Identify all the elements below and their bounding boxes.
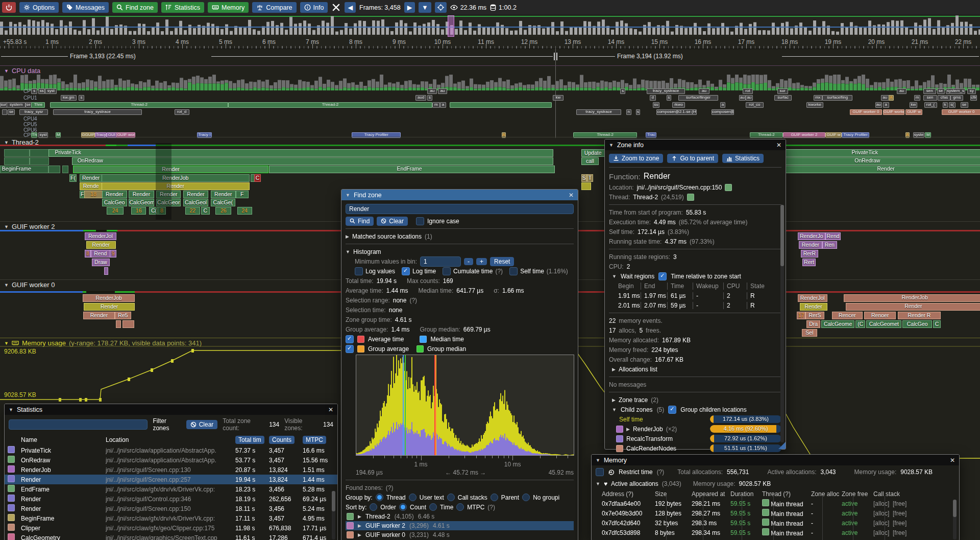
bin-minus-button[interactable]: - bbox=[464, 258, 473, 265]
ignore-case-checkbox[interactable] bbox=[416, 217, 424, 225]
group-avg-checkbox[interactable] bbox=[346, 345, 354, 353]
guif-worker2-zone[interactable]: 8 bbox=[85, 250, 91, 257]
memory-allocation-row[interactable]: 0x7dfc53d8988 bytes298.34 ms59.95 s Main… bbox=[592, 528, 959, 537]
cpu-zone-chip[interactable]: se bbox=[937, 88, 945, 94]
guif-worker0-zone[interactable]: RerS bbox=[805, 312, 824, 319]
statistics-titlebar[interactable]: ▼Statistics✕ bbox=[5, 404, 337, 415]
thread2-zone[interactable]: 24 bbox=[237, 207, 252, 215]
cpu-zone-chip[interactable]: A bbox=[889, 95, 894, 101]
thread2-zone[interactable] bbox=[48, 149, 553, 157]
zone-trace[interactable]: ▶Zone trace(2) bbox=[609, 395, 781, 405]
statistics-button[interactable]: Statistics bbox=[161, 2, 204, 13]
guif-worker0-zone[interactable] bbox=[122, 320, 134, 328]
guif-worker2-zone[interactable]: Rend bbox=[825, 232, 841, 240]
cpu-zone-chip[interactable]: se bbox=[8, 109, 15, 115]
guif-worker2-zone[interactable]: Render bbox=[86, 241, 116, 249]
cpu-zone-chip[interactable]: s bbox=[667, 95, 672, 101]
cpu-zone-chip[interactable]: s bbox=[427, 95, 432, 101]
cpu-zone-chip[interactable]: au bbox=[739, 95, 746, 101]
info-button[interactable]: Info bbox=[300, 2, 328, 13]
find-zone-titlebar[interactable]: ▼Find zone✕ bbox=[341, 190, 578, 200]
cpu-zone-chip[interactable]: a bbox=[440, 102, 446, 108]
clear-button[interactable]: Clear bbox=[377, 217, 408, 226]
guif-worker0-zone[interactable]: Render bbox=[800, 303, 827, 311]
guif-worker0-zone[interactable]: Sel bbox=[802, 329, 818, 337]
guif-worker0-zone[interactable]: Rencer bbox=[832, 312, 863, 319]
statistics-table-row[interactable]: OnRedrawjni/../jni/src/claw/application/… bbox=[5, 455, 337, 465]
guif-worker0-zone[interactable]: RenderJob bbox=[83, 294, 135, 302]
messages-button[interactable]: Messages bbox=[62, 2, 109, 13]
thread2-zone[interactable]: Render bbox=[211, 191, 236, 198]
cpu-zone-chip[interactable]: a bbox=[720, 102, 725, 108]
thread2-zone[interactable]: call bbox=[581, 157, 599, 165]
cpu-zone-chip[interactable]: surfac bbox=[774, 95, 792, 101]
cpu-zone-chip[interactable]: surfaceflinger bbox=[678, 95, 719, 101]
thread2-zone[interactable]: 26 bbox=[215, 207, 231, 215]
statistics-table-row[interactable]: RenderJobjni/../jni/src/guif/Screen.cpp:… bbox=[5, 465, 337, 475]
cpu-zone-chip[interactable]: tracy_systrace bbox=[53, 109, 142, 115]
wait-region-row[interactable]: 1.91 ms1.97 ms61 µs-2R bbox=[609, 291, 781, 300]
statistics-table-row[interactable]: PrivateTickjni/../jni/src/claw/applicati… bbox=[5, 445, 337, 455]
filter-zones-input[interactable] bbox=[9, 419, 148, 430]
groupby-radio-no-groupi[interactable] bbox=[522, 494, 530, 501]
cpu-zone-chip[interactable]: tracy_sysr bbox=[19, 109, 48, 115]
self-time-checkbox[interactable] bbox=[509, 267, 518, 275]
cumulate-time-checkbox[interactable] bbox=[443, 267, 451, 275]
cpu-zone-chip[interactable]: mx bbox=[814, 95, 822, 101]
zoom-to-zone-button[interactable]: Zoom to zone bbox=[609, 154, 663, 163]
memory-titlebar[interactable]: ▼Memory✕ bbox=[592, 455, 959, 465]
guif-worker0-zone[interactable]: (C bbox=[855, 320, 865, 328]
cpu-zone-chip[interactable]: rkwo bbox=[672, 102, 685, 108]
zone-info-scrollbar[interactable] bbox=[780, 205, 784, 442]
guif-worker0-zone[interactable]: Render bbox=[83, 312, 115, 319]
guif-worker2-zone[interactable]: Render bbox=[799, 241, 822, 249]
statistics-scrollbar[interactable] bbox=[332, 491, 335, 539]
thread2-zone[interactable]: CalcGe( bbox=[211, 199, 235, 206]
statistics-table-row[interactable]: Renderjni/../jni/src/guif/Screen.cpp:150… bbox=[5, 504, 337, 513]
cpu-zone-chip[interactable]: s bbox=[79, 95, 85, 101]
col-counts[interactable]: Counts bbox=[269, 436, 295, 444]
cpu-zone-chip[interactable]: rot_co bbox=[746, 102, 764, 108]
cpu-zone-chip[interactable]: ss bbox=[38, 88, 45, 94]
statistics-table-row[interactable]: BeginFramejni/../jni/src/claw/gfx/drv/vk… bbox=[5, 513, 337, 523]
thread2-zone[interactable]: C bbox=[254, 174, 261, 182]
find-zone-query-input[interactable] bbox=[346, 204, 574, 214]
cpu-zone-chip[interactable]: rot_d bbox=[175, 109, 189, 115]
jump-down-button[interactable]: ▼ bbox=[419, 2, 431, 13]
cpu-zone-chip[interactable]: s( bbox=[949, 102, 956, 108]
thread2-zone[interactable] bbox=[581, 182, 591, 190]
guif-worker0-zone[interactable]: CalcGeomet bbox=[866, 320, 901, 328]
thread2-zone[interactable] bbox=[62, 166, 69, 173]
cpu-zone-chip[interactable]: su bbox=[653, 102, 660, 108]
close-icon[interactable]: ✕ bbox=[569, 192, 574, 199]
groupby-radio-thread[interactable] bbox=[376, 494, 383, 501]
memory-scrollbar[interactable] bbox=[953, 500, 957, 539]
cpu-zone-chip[interactable]: n bbox=[626, 109, 631, 115]
time-ruler[interactable]: +55.83 s 1 ms2 ms3 ms4 ms5 ms6 ms7 ms8 m… bbox=[0, 37, 980, 49]
guif-worker0-zone[interactable]: Render bbox=[84, 303, 135, 311]
guif-worker2-zone[interactable]: Draw bbox=[92, 259, 110, 266]
cpu-zone-chip[interactable]: composer@ bbox=[712, 109, 734, 115]
thread2-zone[interactable]: Render bbox=[80, 174, 102, 182]
thread2-zone[interactable]: 22 bbox=[185, 207, 200, 215]
guif-worker2-zone[interactable]: RerR bbox=[801, 250, 819, 257]
compare-button[interactable]: Compare bbox=[252, 2, 296, 13]
col-mtpc[interactable]: MTPC bbox=[303, 436, 326, 444]
cpu-zone-chip[interactable]: au bbox=[746, 95, 753, 101]
allocations-list[interactable]: ▶Allocations list bbox=[609, 364, 781, 374]
child-zones-header[interactable]: Child zones bbox=[621, 406, 653, 413]
bin-reset-button[interactable]: Reset bbox=[490, 257, 514, 266]
guif-worker0-header[interactable]: ▼GUIF worker 0 bbox=[4, 281, 55, 289]
memory-allocation-row[interactable]: 0x7dfc42d64032 bytes298.3 ms59.95 s Main… bbox=[592, 518, 959, 528]
cpu-zone-chip[interactable]: k bbox=[943, 102, 948, 108]
child-zone-row[interactable]: RecalcTransform72.92 us (1.62%) bbox=[609, 434, 781, 443]
guif-worker0-zone[interactable]: CalcGeo bbox=[902, 320, 932, 328]
cpu-zone-chip[interactable]: rot_( bbox=[924, 102, 937, 108]
guif-worker0-zone[interactable]: Re5 bbox=[115, 312, 132, 319]
find-zone-button[interactable]: Find zone bbox=[112, 2, 158, 13]
thread2-zone[interactable] bbox=[4, 157, 30, 165]
cpu-zone-chip[interactable]: s bbox=[31, 88, 37, 94]
cpu-zone-chip[interactable]: GUIF worker 0 bbox=[850, 109, 882, 115]
cpu-zone-chip[interactable]: surfacefling bbox=[822, 95, 853, 101]
guif-worker0-zone[interactable]: C bbox=[933, 320, 941, 328]
